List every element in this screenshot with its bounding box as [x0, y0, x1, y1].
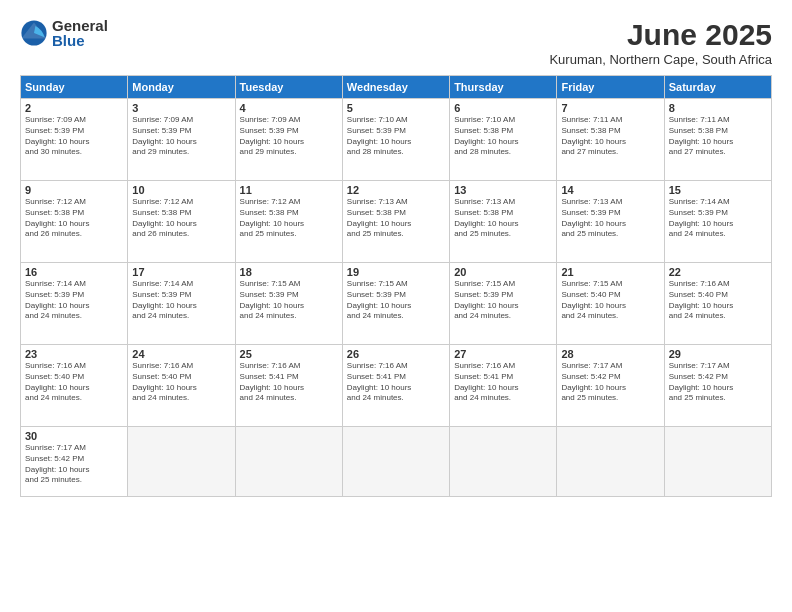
day-number: 12 — [347, 184, 445, 196]
col-tuesday: Tuesday — [235, 76, 342, 99]
day-number: 29 — [669, 348, 767, 360]
table-row — [450, 427, 557, 497]
calendar-row: 2Sunrise: 7:09 AMSunset: 5:39 PMDaylight… — [21, 99, 772, 181]
table-row: 14Sunrise: 7:13 AMSunset: 5:39 PMDayligh… — [557, 181, 664, 263]
calendar-header-row: Sunday Monday Tuesday Wednesday Thursday… — [21, 76, 772, 99]
table-row: 25Sunrise: 7:16 AMSunset: 5:41 PMDayligh… — [235, 345, 342, 427]
day-info: Sunrise: 7:09 AMSunset: 5:39 PMDaylight:… — [240, 115, 338, 158]
day-number: 10 — [132, 184, 230, 196]
day-number: 8 — [669, 102, 767, 114]
table-row: 28Sunrise: 7:17 AMSunset: 5:42 PMDayligh… — [557, 345, 664, 427]
table-row: 13Sunrise: 7:13 AMSunset: 5:38 PMDayligh… — [450, 181, 557, 263]
day-info: Sunrise: 7:16 AMSunset: 5:40 PMDaylight:… — [132, 361, 230, 404]
day-number: 24 — [132, 348, 230, 360]
table-row — [664, 427, 771, 497]
day-number: 22 — [669, 266, 767, 278]
day-info: Sunrise: 7:10 AMSunset: 5:38 PMDaylight:… — [454, 115, 552, 158]
calendar-table: Sunday Monday Tuesday Wednesday Thursday… — [20, 75, 772, 497]
day-info: Sunrise: 7:16 AMSunset: 5:40 PMDaylight:… — [25, 361, 123, 404]
day-info: Sunrise: 7:13 AMSunset: 5:39 PMDaylight:… — [561, 197, 659, 240]
day-info: Sunrise: 7:14 AMSunset: 5:39 PMDaylight:… — [132, 279, 230, 322]
col-saturday: Saturday — [664, 76, 771, 99]
calendar-row: 30Sunrise: 7:17 AMSunset: 5:42 PMDayligh… — [21, 427, 772, 497]
table-row — [128, 427, 235, 497]
table-row — [235, 427, 342, 497]
day-info: Sunrise: 7:12 AMSunset: 5:38 PMDaylight:… — [25, 197, 123, 240]
day-number: 19 — [347, 266, 445, 278]
day-info: Sunrise: 7:14 AMSunset: 5:39 PMDaylight:… — [669, 197, 767, 240]
table-row: 26Sunrise: 7:16 AMSunset: 5:41 PMDayligh… — [342, 345, 449, 427]
table-row: 11Sunrise: 7:12 AMSunset: 5:38 PMDayligh… — [235, 181, 342, 263]
day-info: Sunrise: 7:13 AMSunset: 5:38 PMDaylight:… — [347, 197, 445, 240]
day-info: Sunrise: 7:11 AMSunset: 5:38 PMDaylight:… — [561, 115, 659, 158]
col-monday: Monday — [128, 76, 235, 99]
table-row: 29Sunrise: 7:17 AMSunset: 5:42 PMDayligh… — [664, 345, 771, 427]
table-row: 24Sunrise: 7:16 AMSunset: 5:40 PMDayligh… — [128, 345, 235, 427]
table-row: 5Sunrise: 7:10 AMSunset: 5:39 PMDaylight… — [342, 99, 449, 181]
day-number: 6 — [454, 102, 552, 114]
table-row: 7Sunrise: 7:11 AMSunset: 5:38 PMDaylight… — [557, 99, 664, 181]
page: General Blue June 2025 Kuruman, Northern… — [0, 0, 792, 612]
table-row: 16Sunrise: 7:14 AMSunset: 5:39 PMDayligh… — [21, 263, 128, 345]
table-row: 10Sunrise: 7:12 AMSunset: 5:38 PMDayligh… — [128, 181, 235, 263]
logo-blue: Blue — [52, 33, 108, 48]
table-row: 18Sunrise: 7:15 AMSunset: 5:39 PMDayligh… — [235, 263, 342, 345]
day-info: Sunrise: 7:17 AMSunset: 5:42 PMDaylight:… — [25, 443, 123, 486]
calendar-row: 23Sunrise: 7:16 AMSunset: 5:40 PMDayligh… — [21, 345, 772, 427]
table-row: 8Sunrise: 7:11 AMSunset: 5:38 PMDaylight… — [664, 99, 771, 181]
day-info: Sunrise: 7:09 AMSunset: 5:39 PMDaylight:… — [25, 115, 123, 158]
day-number: 17 — [132, 266, 230, 278]
day-number: 30 — [25, 430, 123, 442]
title-block: June 2025 Kuruman, Northern Cape, South … — [549, 18, 772, 67]
table-row: 30Sunrise: 7:17 AMSunset: 5:42 PMDayligh… — [21, 427, 128, 497]
table-row — [557, 427, 664, 497]
day-info: Sunrise: 7:17 AMSunset: 5:42 PMDaylight:… — [669, 361, 767, 404]
day-number: 3 — [132, 102, 230, 114]
day-info: Sunrise: 7:16 AMSunset: 5:40 PMDaylight:… — [669, 279, 767, 322]
table-row: 17Sunrise: 7:14 AMSunset: 5:39 PMDayligh… — [128, 263, 235, 345]
table-row: 15Sunrise: 7:14 AMSunset: 5:39 PMDayligh… — [664, 181, 771, 263]
day-number: 7 — [561, 102, 659, 114]
day-number: 16 — [25, 266, 123, 278]
logo-text: General Blue — [52, 18, 108, 48]
location-title: Kuruman, Northern Cape, South Africa — [549, 52, 772, 67]
col-wednesday: Wednesday — [342, 76, 449, 99]
table-row: 19Sunrise: 7:15 AMSunset: 5:39 PMDayligh… — [342, 263, 449, 345]
day-info: Sunrise: 7:15 AMSunset: 5:39 PMDaylight:… — [454, 279, 552, 322]
day-number: 15 — [669, 184, 767, 196]
col-sunday: Sunday — [21, 76, 128, 99]
day-info: Sunrise: 7:15 AMSunset: 5:39 PMDaylight:… — [240, 279, 338, 322]
day-number: 26 — [347, 348, 445, 360]
calendar-row: 9Sunrise: 7:12 AMSunset: 5:38 PMDaylight… — [21, 181, 772, 263]
day-info: Sunrise: 7:10 AMSunset: 5:39 PMDaylight:… — [347, 115, 445, 158]
table-row: 4Sunrise: 7:09 AMSunset: 5:39 PMDaylight… — [235, 99, 342, 181]
day-number: 27 — [454, 348, 552, 360]
table-row: 21Sunrise: 7:15 AMSunset: 5:40 PMDayligh… — [557, 263, 664, 345]
table-row: 27Sunrise: 7:16 AMSunset: 5:41 PMDayligh… — [450, 345, 557, 427]
table-row: 12Sunrise: 7:13 AMSunset: 5:38 PMDayligh… — [342, 181, 449, 263]
day-info: Sunrise: 7:14 AMSunset: 5:39 PMDaylight:… — [25, 279, 123, 322]
day-info: Sunrise: 7:11 AMSunset: 5:38 PMDaylight:… — [669, 115, 767, 158]
day-info: Sunrise: 7:17 AMSunset: 5:42 PMDaylight:… — [561, 361, 659, 404]
table-row: 2Sunrise: 7:09 AMSunset: 5:39 PMDaylight… — [21, 99, 128, 181]
day-info: Sunrise: 7:15 AMSunset: 5:40 PMDaylight:… — [561, 279, 659, 322]
day-number: 5 — [347, 102, 445, 114]
table-row: 9Sunrise: 7:12 AMSunset: 5:38 PMDaylight… — [21, 181, 128, 263]
day-number: 20 — [454, 266, 552, 278]
table-row — [342, 427, 449, 497]
day-info: Sunrise: 7:09 AMSunset: 5:39 PMDaylight:… — [132, 115, 230, 158]
day-number: 21 — [561, 266, 659, 278]
day-info: Sunrise: 7:16 AMSunset: 5:41 PMDaylight:… — [240, 361, 338, 404]
logo-general: General — [52, 18, 108, 33]
day-info: Sunrise: 7:15 AMSunset: 5:39 PMDaylight:… — [347, 279, 445, 322]
table-row: 22Sunrise: 7:16 AMSunset: 5:40 PMDayligh… — [664, 263, 771, 345]
col-friday: Friday — [557, 76, 664, 99]
calendar-row: 16Sunrise: 7:14 AMSunset: 5:39 PMDayligh… — [21, 263, 772, 345]
table-row: 6Sunrise: 7:10 AMSunset: 5:38 PMDaylight… — [450, 99, 557, 181]
day-info: Sunrise: 7:12 AMSunset: 5:38 PMDaylight:… — [132, 197, 230, 240]
day-number: 23 — [25, 348, 123, 360]
day-number: 28 — [561, 348, 659, 360]
day-number: 11 — [240, 184, 338, 196]
day-number: 18 — [240, 266, 338, 278]
day-number: 13 — [454, 184, 552, 196]
